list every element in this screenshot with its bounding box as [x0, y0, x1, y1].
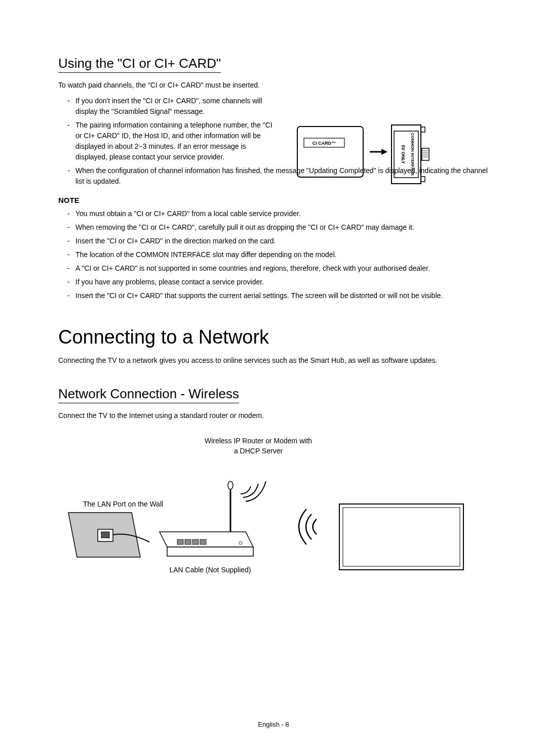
- router-icon: [160, 481, 266, 556]
- tv-icon: [339, 504, 463, 570]
- router-label-line2: a DHCP Server: [234, 447, 283, 455]
- intro-text: Connecting the TV to a network gives you…: [58, 355, 489, 366]
- wifi-receive-icon: [299, 509, 317, 544]
- bullet-item: The location of the COMMON INTERFACE slo…: [67, 249, 489, 260]
- svg-rect-4: [392, 125, 421, 184]
- bullet-item: If you have any problems, please contact…: [67, 277, 489, 287]
- svg-rect-17: [177, 539, 183, 544]
- ci-card-diagram: CI CARD™ 5V ONLY COMMON INTERFACE: [296, 124, 431, 185]
- svg-rect-18: [185, 539, 191, 544]
- intro-text: Connect the TV to the Internet using a s…: [58, 410, 489, 421]
- note-heading: NOTE: [58, 196, 489, 204]
- section-network-wireless: Network Connection - Wireless Connect th…: [58, 386, 489, 579]
- main-heading: Connecting to a Network: [58, 326, 489, 348]
- svg-rect-19: [192, 539, 199, 544]
- bullet-list-note: You must obtain a "CI or CI+ CARD" from …: [58, 208, 489, 301]
- svg-rect-25: [343, 508, 460, 566]
- bullet-item: When removing the "CI or CI+ CARD", care…: [67, 222, 489, 233]
- router-label-line1: Wireless IP Router or Modem with: [205, 437, 312, 445]
- bullet-item: The pairing information containing a tel…: [67, 120, 278, 162]
- svg-rect-15: [101, 532, 109, 538]
- svg-rect-7: [421, 177, 425, 182]
- bullet-item: Insert the "CI or CI+ CARD" that support…: [67, 290, 489, 301]
- slot-label-5v: 5V ONLY: [401, 145, 406, 164]
- network-diagram-svg: The LAN Port on the Wall: [58, 456, 489, 577]
- section-title: Network Connection - Wireless: [58, 386, 239, 403]
- section-ci-card: Using the "CI or CI+ CARD" To watch paid…: [58, 56, 489, 301]
- svg-rect-0: [297, 127, 363, 177]
- wall-label: The LAN Port on the Wall: [83, 500, 163, 508]
- svg-point-23: [228, 481, 233, 489]
- svg-marker-3: [381, 149, 387, 155]
- bullet-item: A "CI or CI+ CARD" is not supported in s…: [67, 263, 489, 274]
- page-footer: English - 8: [0, 721, 547, 728]
- bullet-item: Insert the "CI or CI+ CARD" in the direc…: [67, 236, 489, 246]
- network-diagram: Wireless IP Router or Modem with a DHCP …: [58, 436, 489, 579]
- slot-label-common: COMMON INTERFACE: [410, 133, 415, 177]
- bullet-item: You must obtain a "CI or CI+ CARD" from …: [67, 208, 489, 219]
- svg-rect-20: [200, 539, 206, 544]
- section-title: Using the "CI or CI+ CARD": [58, 56, 221, 73]
- cable-label: LAN Cable (Not Supplied): [169, 566, 251, 574]
- intro-text: To watch paid channels, the "CI or CI+ C…: [58, 80, 489, 91]
- svg-rect-16: [167, 547, 253, 556]
- bullet-item: If you don't insert the "CI or CI+ CARD"…: [67, 96, 278, 117]
- ci-card-label: CI CARD™: [312, 141, 336, 146]
- section-connecting-network: Connecting to a Network Connecting the T…: [58, 326, 489, 366]
- svg-rect-8: [422, 148, 429, 160]
- svg-rect-6: [421, 127, 425, 132]
